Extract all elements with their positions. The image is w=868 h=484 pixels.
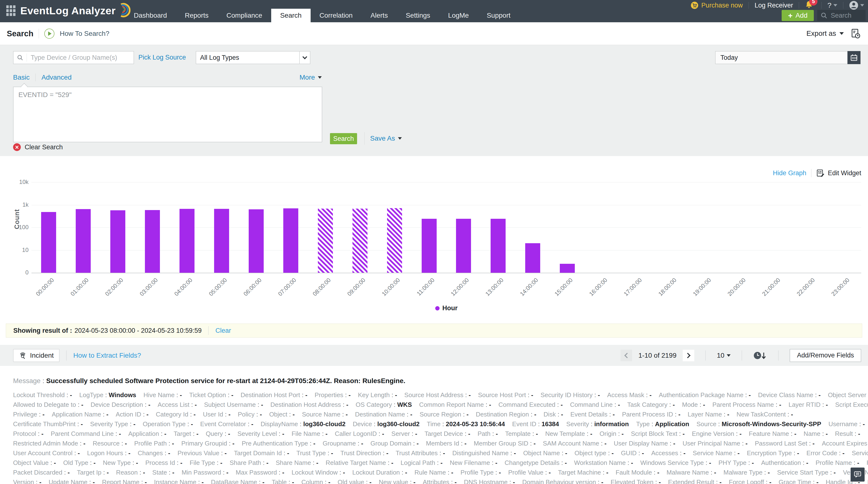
field-value[interactable]: - <box>709 459 711 466</box>
field-value[interactable]: WKS <box>397 401 412 408</box>
field-value[interactable]: - <box>590 430 592 437</box>
field-value[interactable]: - <box>83 440 85 447</box>
bar-04:00:00[interactable] <box>180 209 194 273</box>
field-value[interactable]: - <box>196 430 198 437</box>
field-value[interactable]: - <box>536 430 538 437</box>
nav-logme[interactable]: LogMe <box>439 9 478 22</box>
purchase-now-link[interactable]: Purchase now <box>691 1 743 9</box>
field-value[interactable]: - <box>282 430 284 437</box>
field-value[interactable]: - <box>673 401 675 408</box>
notifications-button[interactable]: 5 <box>805 0 815 11</box>
field-value[interactable]: - <box>70 391 72 399</box>
field-value[interactable]: - <box>606 469 609 476</box>
field-value[interactable]: - <box>416 440 419 447</box>
field-value[interactable]: - <box>228 430 230 437</box>
field-value[interactable]: - <box>220 459 223 466</box>
field-value[interactable]: - <box>346 411 348 418</box>
field-value[interactable]: - <box>180 391 182 399</box>
more-dropdown[interactable]: More <box>300 73 322 81</box>
field-value[interactable]: - <box>565 449 567 457</box>
global-search-input[interactable] <box>830 11 862 20</box>
field-value[interactable]: - <box>231 391 234 399</box>
field-value[interactable]: - <box>769 478 772 484</box>
field-value[interactable]: - <box>549 469 551 476</box>
field-value[interactable]: - <box>164 430 166 437</box>
field-value[interactable]: - <box>251 420 253 428</box>
field-value[interactable]: - <box>228 411 230 418</box>
field-value[interactable]: - <box>496 430 498 437</box>
field-value[interactable]: - <box>443 449 445 457</box>
field-value[interactable]: - <box>818 391 820 399</box>
field-value[interactable]: - <box>650 391 652 399</box>
field-value[interactable]: - <box>604 440 607 447</box>
next-page-button[interactable] <box>683 350 694 361</box>
field-value[interactable]: - <box>224 449 227 457</box>
sort-by-time-button[interactable] <box>753 351 767 360</box>
field-value[interactable]: - <box>382 430 384 437</box>
nav-correlation[interactable]: Correlation <box>311 9 362 22</box>
field-value[interactable]: - <box>813 440 815 447</box>
field-value[interactable]: - <box>826 430 828 437</box>
field-value[interactable]: - <box>714 469 716 476</box>
field-value[interactable]: - <box>842 449 844 457</box>
field-value[interactable]: - <box>703 401 705 408</box>
field-value[interactable]: - <box>598 391 600 399</box>
bar-06:00:00[interactable] <box>249 209 264 273</box>
bar-10:00:00[interactable] <box>387 208 402 273</box>
field-value[interactable]: - <box>857 459 859 466</box>
field-value[interactable]: Windows <box>108 391 136 399</box>
field-value[interactable]: - <box>292 478 294 484</box>
field-value[interactable]: - <box>94 459 96 466</box>
search-button[interactable]: Search <box>330 133 357 144</box>
field-value[interactable]: - <box>858 430 860 437</box>
tab-basic[interactable]: Basic <box>13 73 30 81</box>
field-value[interactable]: - <box>740 430 742 437</box>
field-value[interactable]: - <box>531 391 533 399</box>
field-value[interactable]: - <box>346 401 348 408</box>
field-value[interactable]: - <box>455 478 457 484</box>
bar-13:00:00[interactable] <box>491 219 506 273</box>
field-value[interactable]: - <box>81 401 84 408</box>
field-value[interactable]: - <box>466 411 469 418</box>
field-value[interactable]: - <box>534 411 536 418</box>
bar-02:00:00[interactable] <box>110 210 125 273</box>
field-value[interactable]: - <box>499 469 501 476</box>
field-value[interactable]: information <box>594 420 629 428</box>
field-value[interactable]: - <box>93 478 95 484</box>
field-value[interactable]: - <box>621 430 624 437</box>
field-value[interactable]: - <box>513 478 515 484</box>
field-value[interactable]: - <box>489 401 491 408</box>
incident-button[interactable]: Incident <box>13 349 60 362</box>
field-value[interactable]: - <box>172 440 174 447</box>
field-value[interactable]: - <box>495 459 497 466</box>
field-value[interactable]: - <box>369 478 372 484</box>
field-value[interactable]: - <box>386 449 389 457</box>
field-value[interactable]: - <box>331 449 333 457</box>
bar-15:00:00[interactable] <box>560 264 575 273</box>
field-value[interactable]: - <box>727 411 730 418</box>
field-value[interactable]: - <box>195 401 197 408</box>
field-value[interactable]: - <box>67 469 70 476</box>
bar-03:00:00[interactable] <box>145 210 160 273</box>
add-button[interactable]: + Add <box>782 10 814 21</box>
field-value[interactable]: log360-cloud2 <box>377 420 420 428</box>
bar-11:00:00[interactable] <box>422 219 437 273</box>
prev-page-button[interactable] <box>621 350 632 361</box>
page-size-dropdown[interactable]: 10 <box>717 352 731 359</box>
log-type-select[interactable]: All Log Types <box>196 51 310 64</box>
field-value[interactable]: Microsoft-Windows-Security-SPP <box>722 420 821 428</box>
nav-compliance[interactable]: Compliance <box>217 9 271 22</box>
field-value[interactable]: - <box>601 478 603 484</box>
bar-05:00:00[interactable] <box>214 209 229 273</box>
field-value[interactable]: - <box>119 430 121 437</box>
clear-search-button[interactable]: Clear Search <box>13 143 63 151</box>
field-value[interactable]: - <box>451 469 453 476</box>
field-value[interactable]: - <box>834 469 836 476</box>
field-value[interactable]: - <box>561 401 563 408</box>
field-value[interactable]: - <box>613 411 615 418</box>
nav-support[interactable]: Support <box>478 9 519 22</box>
field-value[interactable]: - <box>191 420 193 428</box>
field-value[interactable]: - <box>612 449 614 457</box>
hide-graph-link[interactable]: Hide Graph <box>773 170 806 177</box>
field-value[interactable]: - <box>54 459 56 466</box>
